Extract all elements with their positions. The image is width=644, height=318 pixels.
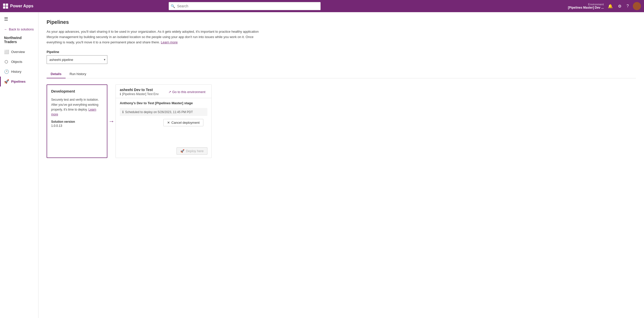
objects-icon: ⬡ <box>4 59 9 64</box>
tabs: Details Run history <box>47 70 636 78</box>
cancel-label: Cancel deployment <box>171 121 200 125</box>
stage-arrow-icon: → <box>108 118 114 125</box>
overview-icon: ⬜ <box>4 49 9 54</box>
cancel-icon: ✕ <box>167 121 170 125</box>
pipeline-label: Pipeline <box>47 50 636 54</box>
env-name: [Pipelines Master] Dev ... <box>568 6 604 9</box>
test-stage-env-name: [Pipelines Master] Test Env <box>122 92 159 96</box>
environment-info: Environment [Pipelines Master] Dev ... <box>568 3 604 9</box>
scheduled-text: Scheduled to deploy on 5/26/2023, 11:45 … <box>125 110 193 114</box>
cancel-deployment-button[interactable]: ✕ Cancel deployment <box>163 119 203 126</box>
go-to-env-button[interactable]: ↗ Go to this environment <box>166 89 207 95</box>
test-stage: asheehi Dev to Test ℹ [Pipelines Master]… <box>115 84 212 158</box>
app-logo-icon <box>3 4 8 9</box>
history-icon: 🕐 <box>4 69 9 74</box>
deploy-label: Deploy here <box>186 149 204 153</box>
rocket-icon: 🚀 <box>180 149 184 153</box>
dev-stage-desc: Securely test and verify in isolation. A… <box>51 97 103 117</box>
topnav: Power Apps 🔍 Environment [Pipelines Mast… <box>0 0 644 12</box>
sidebar-item-label-objects: Objects <box>11 60 22 64</box>
pipeline-select-wrap: asheehi pipeline ▾ <box>47 55 107 64</box>
sidebar-item-label-history: History <box>11 70 21 74</box>
sidebar-item-history[interactable]: 🕐 History <box>0 67 38 77</box>
test-stage-title: asheehi Dev to Test <box>120 88 159 92</box>
back-to-solutions-link[interactable]: ← Back to solutions <box>0 25 38 34</box>
test-stage-env: ℹ [Pipelines Master] Test Env <box>120 92 159 96</box>
sidebar-item-pipelines[interactable]: 🚀 Pipelines <box>0 77 38 86</box>
sidebar-item-objects[interactable]: ⬡ Objects <box>0 57 38 67</box>
topnav-right: Environment [Pipelines Master] Dev ... 🔔… <box>568 2 641 10</box>
sidebar-app-name: Northwind Traders <box>0 34 38 47</box>
back-arrow-icon: ← <box>4 27 7 31</box>
sidebar-item-label-pipelines: Pipelines <box>11 80 26 83</box>
test-stage-title-wrap: asheehi Dev to Test ℹ [Pipelines Master]… <box>120 88 159 96</box>
app-name: Power Apps <box>10 4 33 8</box>
pipelines-icon: 🚀 <box>4 79 9 84</box>
env-label: Environment <box>588 3 604 6</box>
cancel-btn-wrap: ✕ Cancel deployment <box>116 119 211 131</box>
tab-details[interactable]: Details <box>47 70 66 78</box>
go-to-env-label: Go to this environment <box>172 90 205 94</box>
sidebar-item-overview[interactable]: ⬜ Overview <box>0 47 38 57</box>
pipeline-stages: Development Securely test and verify in … <box>47 84 636 158</box>
settings-button[interactable]: ⚙ <box>617 3 622 10</box>
solution-version-value: 1.0.0.13 <box>51 124 103 128</box>
layout: ☰ ← Back to solutions Northwind Traders … <box>0 12 644 318</box>
notifications-button[interactable]: 🔔 <box>607 3 614 10</box>
search-input[interactable] <box>169 2 321 10</box>
description-text: As your app advances, you'll start shari… <box>47 29 259 45</box>
help-button[interactable]: ? <box>626 3 630 9</box>
external-link-icon: ↗ <box>168 90 171 94</box>
tab-run-history[interactable]: Run history <box>66 70 90 78</box>
test-stage-divider <box>116 98 211 98</box>
solution-version-label: Solution version <box>51 120 103 123</box>
anthony-stage-label: Anthony's Dev to Test [Pipelines Master]… <box>116 101 211 108</box>
search-container: 🔍 <box>169 2 321 10</box>
main-content: Pipelines As your app advances, you'll s… <box>38 12 644 318</box>
pipeline-select[interactable]: asheehi pipeline <box>47 55 107 64</box>
deploy-here-button: 🚀 Deploy here <box>177 147 207 155</box>
learn-more-link-desc[interactable]: Learn more <box>161 40 178 44</box>
info-icon: ℹ <box>120 92 121 96</box>
sidebar-item-label-overview: Overview <box>11 50 25 54</box>
page-title: Pipelines <box>47 19 636 25</box>
back-label: Back to solutions <box>9 27 34 31</box>
scheduled-icon: ℹ <box>122 110 124 114</box>
sidebar: ☰ ← Back to solutions Northwind Traders … <box>0 12 38 318</box>
test-stage-footer: 🚀 Deploy here <box>116 144 211 158</box>
avatar[interactable] <box>633 2 641 10</box>
search-icon: 🔍 <box>171 4 175 8</box>
test-stage-header: asheehi Dev to Test ℹ [Pipelines Master]… <box>116 85 211 98</box>
dev-stage: Development Securely test and verify in … <box>47 84 107 158</box>
app-logo[interactable]: Power Apps <box>3 4 44 9</box>
dev-stage-title: Development <box>51 89 103 93</box>
hamburger-button[interactable]: ☰ <box>0 14 38 24</box>
scheduled-info: ℹ Scheduled to deploy on 5/26/2023, 11:4… <box>120 108 207 116</box>
